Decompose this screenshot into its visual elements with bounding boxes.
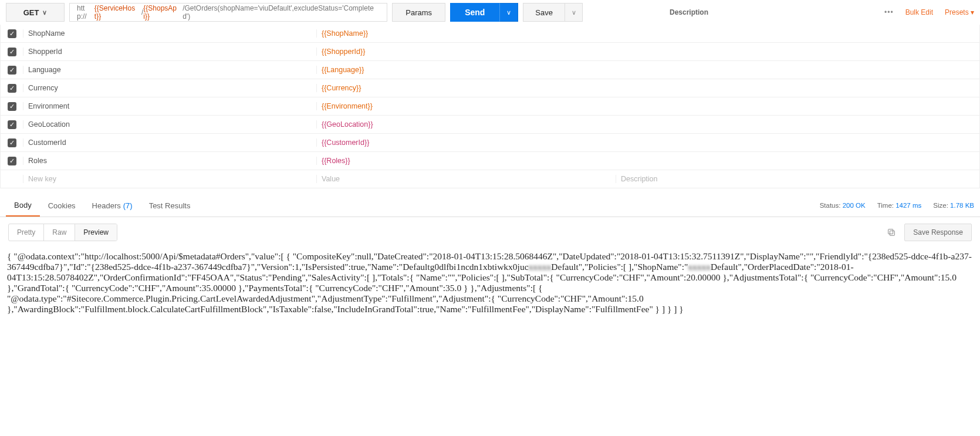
param-row[interactable]: ✓Environment{{Environment}} (0, 97, 980, 116)
response-meta: Status: 200 OK Time: 1427 ms Size: 1.78 … (820, 202, 974, 209)
param-key[interactable]: GeoLocation (23, 120, 316, 129)
http-method-select[interactable]: GET ∨ (6, 3, 65, 22)
save-button[interactable]: Save (523, 3, 565, 22)
param-value[interactable]: {{Roles}} (316, 157, 616, 165)
param-row[interactable]: ✓Currency{{Currency}} (0, 79, 980, 97)
tab-cookies[interactable]: Cookies (40, 194, 84, 217)
top-right-actions: Description ••• Bulk Edit Presets ▾ (670, 3, 974, 22)
response-view-bar: Pretty Raw Preview Save Response (0, 217, 980, 248)
headers-count: (7) (123, 201, 133, 210)
param-key[interactable]: ShopperId (23, 48, 316, 56)
response-body-preview: { "@odata.context":"http://localhost:500… (0, 248, 980, 318)
param-key[interactable]: Environment (23, 102, 316, 110)
presets-dropdown[interactable]: Presets ▾ (945, 8, 974, 16)
request-bar: GET ∨ http://{{ServiceHost}}/{{ShopsApi}… (0, 0, 980, 25)
param-checkbox[interactable]: ✓ (1, 138, 23, 147)
param-row[interactable]: ✓GeoLocation{{GeoLocation}} (0, 116, 980, 134)
tab-headers[interactable]: Headers (7) (84, 194, 141, 217)
param-row[interactable]: ✓ShopperId{{ShopperId}} (0, 43, 980, 61)
param-key[interactable]: Currency (23, 84, 316, 92)
param-value[interactable]: {{ShopperId}} (316, 48, 616, 56)
param-row[interactable]: ✓ShopName{{ShopName}} (0, 25, 980, 43)
copy-icon[interactable] (887, 228, 896, 237)
param-key[interactable]: Roles (23, 157, 316, 165)
http-method-label: GET (23, 8, 39, 17)
param-key[interactable]: Language (23, 66, 316, 74)
view-pretty[interactable]: Pretty (9, 224, 44, 241)
save-button-group: Save ∨ (523, 3, 583, 22)
send-button[interactable]: Send (450, 3, 499, 22)
size-meta: Size: 1.78 KB (933, 202, 974, 209)
tab-body[interactable]: Body (6, 194, 40, 217)
header-description-label: Description (670, 8, 708, 16)
param-checkbox[interactable]: ✓ (1, 66, 23, 75)
svg-rect-0 (890, 231, 895, 235)
param-value[interactable]: {{Currency}} (316, 84, 616, 92)
param-value[interactable]: {{ShopName}} (316, 29, 616, 38)
param-key[interactable]: CustomerId (23, 138, 316, 147)
param-value-input[interactable] (316, 175, 616, 183)
chevron-down-icon: ∨ (42, 9, 47, 16)
param-value[interactable]: {{GeoLocation}} (316, 120, 616, 129)
param-checkbox[interactable]: ✓ (1, 120, 23, 129)
tab-headers-label: Headers (92, 201, 121, 210)
save-response-button[interactable]: Save Response (904, 224, 972, 241)
param-checkbox[interactable]: ✓ (1, 29, 23, 38)
time-meta: Time: 1427 ms (877, 202, 922, 209)
save-dropdown[interactable]: ∨ (565, 3, 583, 22)
param-key-input[interactable] (23, 175, 316, 183)
status-meta: Status: 200 OK (820, 202, 866, 209)
param-value[interactable]: {{CustomerId}} (316, 138, 616, 147)
chevron-down-icon: ∨ (506, 9, 511, 16)
param-value[interactable]: {{Language}} (316, 66, 616, 74)
send-dropdown[interactable]: ∨ (499, 3, 518, 22)
response-tabs: Body Cookies Headers (7) Test Results St… (0, 194, 980, 217)
bulk-edit-link[interactable]: Bulk Edit (905, 8, 933, 16)
params-table: ✓ShopName{{ShopName}}✓ShopperId{{Shopper… (0, 25, 980, 188)
view-preview[interactable]: Preview (75, 224, 117, 241)
param-value[interactable]: {{Environment}} (316, 102, 616, 110)
tab-test-results[interactable]: Test Results (141, 194, 199, 217)
param-checkbox[interactable]: ✓ (1, 48, 23, 56)
param-desc-input[interactable] (616, 175, 979, 183)
param-key[interactable]: ShopName (23, 29, 316, 38)
view-raw[interactable]: Raw (44, 224, 75, 241)
url-input[interactable]: http://{{ServiceHost}}/{{ShopsApi}}/GetO… (69, 3, 387, 22)
view-mode-group: Pretty Raw Preview (8, 224, 117, 241)
chevron-down-icon: ∨ (572, 9, 576, 16)
param-row-new[interactable] (0, 170, 980, 188)
param-row[interactable]: ✓Roles{{Roles}} (0, 152, 980, 170)
param-row[interactable]: ✓Language{{Language}} (0, 61, 980, 79)
param-checkbox[interactable]: ✓ (1, 84, 23, 93)
more-actions-icon[interactable]: ••• (884, 8, 894, 16)
param-row[interactable]: ✓CustomerId{{CustomerId}} (0, 134, 980, 152)
param-checkbox[interactable]: ✓ (1, 157, 23, 165)
svg-rect-1 (888, 229, 893, 234)
params-button[interactable]: Params (392, 3, 445, 22)
send-button-group: Send ∨ (450, 3, 518, 22)
param-checkbox[interactable]: ✓ (1, 102, 23, 111)
